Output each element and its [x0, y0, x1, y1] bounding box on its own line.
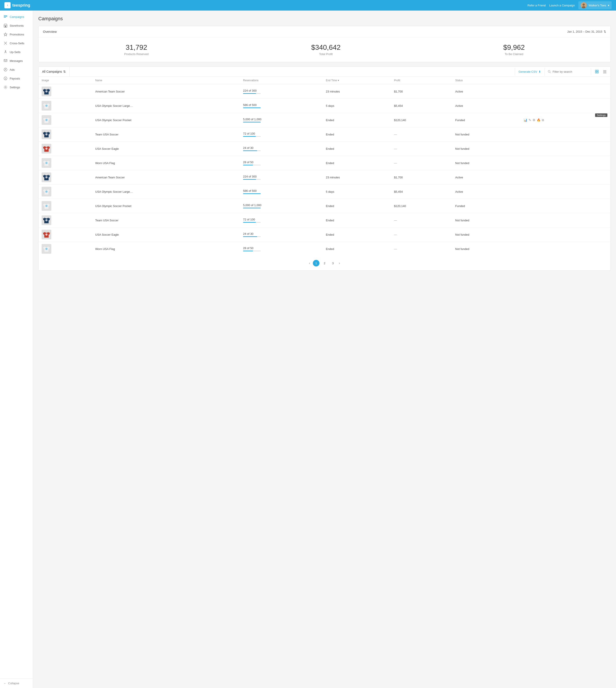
gear-icon[interactable]: ⚙: [533, 204, 536, 208]
gear-icon[interactable]: ⚙: [533, 190, 536, 193]
edit-icon[interactable]: ✎: [529, 118, 531, 122]
stats-icon[interactable]: 📊: [524, 190, 527, 193]
stats-icon[interactable]: 📊: [524, 147, 527, 150]
edit-icon[interactable]: ✎: [529, 190, 532, 193]
reservation-count: 5,000 of 1,000: [243, 203, 320, 207]
table-row: American Team Soccer 224 of 300 23 minut…: [39, 170, 611, 185]
list-view-button[interactable]: [602, 68, 608, 75]
gear-icon[interactable]: ⚙: [533, 104, 536, 107]
reservation-count: 224 of 300: [243, 89, 320, 92]
svg-rect-8: [5, 26, 6, 27]
stats-icon[interactable]: 📊: [524, 133, 527, 136]
col-end-time[interactable]: End Time ▾: [323, 77, 391, 84]
user-menu[interactable]: Walker's Tees ▾: [578, 1, 612, 9]
cell-name: Worn USA Flag: [92, 156, 240, 170]
page-2-button[interactable]: 2: [321, 260, 328, 266]
gear-icon[interactable]: ⚙: [533, 233, 536, 236]
sidebar-item-up-sells[interactable]: Up-Sells: [0, 47, 33, 57]
sidebar-item-cross-sells[interactable]: Cross-Sells: [0, 39, 33, 47]
logo[interactable]: t teespring: [4, 2, 30, 8]
collapse-button[interactable]: ← Collapse: [0, 678, 33, 688]
cell-status: Active: [452, 170, 521, 185]
cell-profit: —: [391, 228, 452, 242]
stats-icon[interactable]: 📊: [524, 104, 527, 107]
campaign-thumbnail: [42, 230, 51, 239]
reservation-count: 28 of 50: [243, 160, 320, 164]
header-actions: Refer a Friend Launch a Campaign Walker'…: [528, 1, 612, 9]
gear-icon[interactable]: ⚙: [533, 218, 536, 222]
cell-reservations: 24 of 30: [240, 228, 323, 242]
cell-status: Active: [452, 84, 521, 99]
col-status: Status: [452, 77, 521, 84]
sidebar-label-messages: Messages: [10, 59, 23, 63]
gear-icon[interactable]: ⚙: [533, 147, 536, 150]
sidebar-label-cross-sells: Cross-Sells: [10, 42, 24, 45]
edit-icon[interactable]: ✎: [529, 218, 532, 222]
grid-view-button[interactable]: [594, 68, 600, 75]
edit-icon[interactable]: ✎: [529, 175, 532, 179]
filter-chevron-icon: ⇅: [63, 70, 66, 73]
sidebar-item-payouts[interactable]: $ Payouts: [0, 74, 33, 83]
gear-icon[interactable]: ⚙: [533, 247, 536, 251]
stat-value-profit: $340,642: [311, 43, 340, 51]
sidebar-item-campaigns[interactable]: Campaigns: [0, 12, 33, 21]
refer-friend-link[interactable]: Refer a Friend: [528, 4, 546, 7]
search-input[interactable]: [553, 70, 588, 73]
edit-icon[interactable]: ✎: [529, 233, 532, 236]
gear-icon[interactable]: ⚙: [533, 175, 536, 179]
gear-icon[interactable]: ⚙: [533, 90, 536, 93]
next-page-button[interactable]: ›: [338, 260, 341, 266]
launch-campaign-link[interactable]: Launch a Campaign: [549, 4, 575, 7]
edit-icon[interactable]: ✎: [529, 90, 532, 93]
stats-icon[interactable]: 📊: [524, 175, 527, 179]
edit-icon[interactable]: ✎: [529, 204, 532, 208]
sidebar-item-storefronts[interactable]: Storefronts: [0, 21, 33, 30]
cell-name: USA Soccer Eagle: [92, 228, 240, 242]
campaigns-table: Image Name Reservations End Time ▾ Profi…: [39, 77, 611, 256]
sidebar-item-messages[interactable]: Messages: [0, 57, 33, 65]
edit-icon[interactable]: ✎: [529, 147, 532, 150]
date-range-selector[interactable]: Jan 1, 2015 – Dec 31, 2015 ⇅: [567, 30, 606, 33]
sidebar-item-settings[interactable]: Settings: [0, 83, 33, 92]
svg-point-30: [45, 119, 48, 121]
cell-actions: 📊 ✎ ⚙: [521, 170, 611, 185]
gear-icon[interactable]: ⚙: [532, 118, 535, 122]
edit-icon[interactable]: ✎: [529, 247, 532, 251]
stats-icon[interactable]: 📊: [524, 218, 527, 222]
edit-icon[interactable]: ✎: [529, 133, 532, 136]
cell-profit: $120,140: [391, 113, 452, 127]
svg-rect-22: [595, 72, 597, 73]
campaign-thumbnail: [42, 244, 51, 254]
edit-icon[interactable]: ✎: [529, 161, 532, 165]
stats-icon[interactable]: 📊: [524, 247, 527, 251]
stats-icon[interactable]: 📊: [524, 233, 527, 236]
page-1-button[interactable]: 1: [313, 260, 320, 266]
copy-icon[interactable]: ⧉: [542, 118, 544, 122]
cell-actions: 📊 ✎ ⚙: [521, 213, 611, 228]
cell-actions: 📊 ✎ ⚙: [521, 127, 611, 142]
sidebar-item-promotions[interactable]: Promotions: [0, 30, 33, 39]
sidebar-item-ads[interactable]: Ads: [0, 65, 33, 74]
edit-icon[interactable]: ✎: [529, 104, 532, 107]
table-row: Team USA Soccer 72 of 100 Ended — Not fu…: [39, 127, 611, 142]
reservation-count: 24 of 30: [243, 146, 320, 150]
campaigns-filter-button[interactable]: All Campaigns ⇅: [39, 67, 70, 77]
stats-icon[interactable]: 📊: [524, 90, 527, 93]
reservation-bar: [243, 208, 261, 208]
prev-page-button[interactable]: ‹: [308, 260, 311, 266]
date-range-icon: ⇅: [604, 30, 606, 33]
gear-icon[interactable]: ⚙: [533, 133, 536, 136]
cell-image: [39, 242, 92, 256]
cell-reservations: 224 of 300: [240, 170, 323, 185]
stats-icon[interactable]: 📊: [524, 204, 527, 208]
fire-icon[interactable]: 🔥: [537, 118, 541, 122]
campaigns-card: All Campaigns ⇅ Generate CSV ⬇: [38, 66, 611, 271]
reservation-fill: [243, 150, 257, 151]
generate-csv-button[interactable]: Generate CSV ⬇: [515, 68, 545, 76]
stats-icon[interactable]: 📊: [524, 161, 527, 165]
stats-icon[interactable]: 📊: [524, 118, 527, 122]
cell-reservations: 5,000 of 1,000: [240, 199, 323, 213]
page-3-button[interactable]: 3: [330, 260, 336, 266]
stat-products-reserved: 31,792 Products Reserved: [124, 43, 149, 56]
gear-icon[interactable]: ⚙: [533, 161, 536, 165]
